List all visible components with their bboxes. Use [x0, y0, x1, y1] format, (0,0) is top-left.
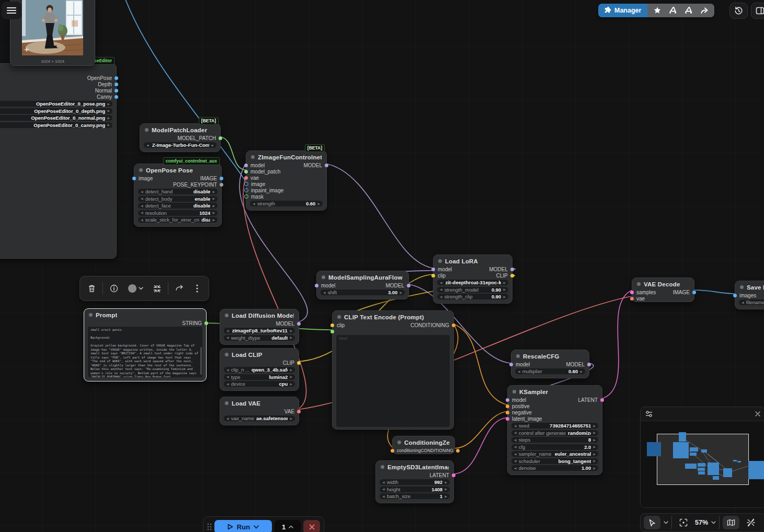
widget-control[interactable]: ◀control after generaterandomize▶: [511, 430, 598, 436]
delete-button[interactable]: [85, 282, 98, 295]
models-alert-button[interactable]: [681, 4, 697, 17]
widget-zimagefp8_turborev11safeten[interactable]: ◀zImageFp8_turboRev11.safeten...▶: [224, 328, 295, 333]
widget-filename_prefix[interactable]: ◀filename_prefix▶: [739, 299, 764, 305]
output-slot-MODEL[interactable]: MODEL: [566, 362, 585, 367]
zoom-chevron[interactable]: [711, 521, 716, 524]
node-model-patch-loader[interactable]: [BETA]ModelPatchLoaderMODEL_PATCH◀Z-Imag…: [140, 123, 221, 152]
output-slot-MODEL[interactable]: MODEL: [385, 283, 405, 288]
link-pose-image-to-zimage-image[interactable]: [124, 0, 246, 182]
widget-type[interactable]: ◀typelumina2▶: [224, 374, 295, 380]
output-slot-CONDITIONING[interactable]: CONDITIONING: [420, 448, 454, 453]
node-openpose-pose[interactable]: comfyui_controlnet_auxOpenPose Poseimage…: [134, 164, 222, 227]
output-slot-Depth[interactable]: Depth: [98, 82, 112, 87]
manager-button[interactable]: Manager: [598, 4, 647, 17]
output-slot-IMAGE[interactable]: IMAGE: [200, 176, 218, 181]
node-ksampler[interactable]: KSamplermodelLATENTpositivenegativelaten…: [507, 385, 602, 475]
input-slot-image[interactable]: image: [250, 181, 265, 187]
widget-device[interactable]: ◀devicecpu▶: [224, 381, 295, 387]
widget-height[interactable]: ◀height1408▶: [380, 487, 450, 492]
node-save-image[interactable]: Save Imageimages◀filename_prefix▶: [735, 281, 764, 309]
collapse-button[interactable]: [151, 282, 163, 295]
widget-vae_name[interactable]: ◀vae_nameae.safetensors▶: [224, 415, 295, 421]
minimap-canvas[interactable]: [641, 421, 764, 508]
queue-count-stepper[interactable]: 1: [275, 520, 301, 532]
zoom-level[interactable]: 57%: [695, 519, 708, 526]
output-slot-CONDITIONING[interactable]: CONDITIONING: [410, 322, 450, 328]
output-slot-MODEL[interactable]: MODEL: [276, 321, 295, 327]
collapse-dot[interactable]: [89, 313, 93, 317]
widget-openposeeditor_0_cannypng[interactable]: ◀OpenPoseEditor_0_canny.png▶: [0, 122, 112, 128]
node-conditioning-zero-out[interactable]: ConditioningZeroOutconditioningCONDITION…: [392, 436, 455, 454]
widget-openposeeditor_0_depthpng[interactable]: ◀OpenPoseEditor_0_depth.png▶: [0, 108, 112, 114]
input-slot-vae[interactable]: vae: [250, 175, 259, 181]
minimap-close-icon[interactable]: [755, 411, 761, 417]
input-slot-images[interactable]: images: [739, 293, 756, 298]
node-rescale-cfg[interactable]: RescaleCFGmodelMODEL◀multiplier0.60▶: [511, 350, 589, 378]
collapse-dot[interactable]: [740, 285, 744, 289]
widget-steps[interactable]: ◀steps8▶: [511, 437, 598, 443]
collapse-dot[interactable]: [381, 465, 384, 469]
fit-view-button[interactable]: [675, 516, 692, 529]
widget-weight_dtype[interactable]: ◀weight_dtypedefault▶: [224, 335, 295, 341]
widget-multiplier[interactable]: ◀multiplier0.60▶: [515, 368, 585, 374]
pointer-tool-button[interactable]: [644, 516, 660, 529]
output-slot-MODEL[interactable]: MODEL: [489, 267, 508, 272]
widget-width[interactable]: ◀width992▶: [380, 479, 450, 485]
minimap-viewport[interactable]: [657, 434, 749, 485]
input-slot-image[interactable]: image: [138, 176, 153, 181]
input-slot-clip[interactable]: clip: [336, 322, 345, 328]
menu-button[interactable]: [2, 2, 21, 19]
widget-strength_model[interactable]: ◀strength_model0.90▶: [437, 287, 508, 293]
node-model-sampling-auraflow[interactable]: ModelSamplingAuraFlowmodelMODEL◀shift3.0…: [316, 271, 409, 299]
collapse-dot[interactable]: [397, 441, 401, 444]
color-picker-button[interactable]: [126, 282, 146, 295]
collapse-dot[interactable]: [225, 314, 229, 317]
node-load-vae[interactable]: Load VAEVAE◀vae_nameae.safetensors▶: [220, 397, 299, 425]
pointer-tool-chevron[interactable]: [664, 521, 668, 524]
widget-zimageturbofuncontrolnet[interactable]: ◀Z-Image-Turbo-Fun-Controlnet...▶: [144, 142, 216, 148]
widget-zitdeepthroat31epock3nksa[interactable]: ◀zit-deepthroat-31epoc-k3nk.sa...▶: [437, 280, 508, 285]
node-pose-editor[interactable]: dPoseEditorOpenPoseDepthNormalCanny◀Open…: [0, 63, 117, 259]
widget-denoise[interactable]: ◀denoise1.00▶: [511, 465, 598, 471]
collapse-dot[interactable]: [225, 353, 229, 356]
widget-openposeeditor_0_posepng[interactable]: ◀OpenPoseEditor_0_pose.png▶: [0, 101, 112, 107]
widget-detect_hand[interactable]: ◀detect_handdisable▶: [138, 189, 218, 194]
widget-seed[interactable]: ◀seed739284714655751▶: [511, 423, 598, 429]
collapse-dot[interactable]: [512, 390, 516, 394]
input-slot-positive[interactable]: positive: [511, 403, 530, 409]
output-slot-OpenPose[interactable]: OpenPose: [87, 75, 112, 81]
output-slot-CLIP[interactable]: CLIP: [283, 360, 295, 366]
output-slot-LATENT[interactable]: LATENT: [429, 472, 450, 478]
node-empty-sd3-latent-image[interactable]: EmptySD3LatentImageLATENT◀width992▶◀heig…: [375, 460, 454, 503]
widget-cfg[interactable]: ◀cfg2.0▶: [511, 444, 598, 450]
plus-icon[interactable]: [24, 47, 29, 52]
output-slot-STRING[interactable]: STRING: [182, 320, 202, 326]
node-load-diffusion-model[interactable]: Load Diffusion ModelMODEL◀zImageFp8_turb…: [220, 309, 299, 345]
input-slot-vae[interactable]: vae: [636, 296, 645, 302]
input-slot-conditioning[interactable]: conditioning: [396, 448, 420, 453]
output-slot-LATENT[interactable]: LATENT: [578, 397, 598, 403]
link-modelpatch-to-zimage[interactable]: [220, 137, 246, 170]
collapse-dot[interactable]: [637, 282, 641, 286]
input-slot-text[interactable]: [336, 330, 337, 333]
widget-strength_clip[interactable]: ◀strength_clip0.90▶: [437, 294, 508, 299]
widget-scheduler[interactable]: ◀schedulerbong_tangent▶: [511, 458, 598, 464]
node-prompt[interactable]: PromptSTRINGsmall erect penis. Backgroun…: [84, 308, 207, 381]
node-zimage-fun-controlnet[interactable]: [BETA]ZImageFunControlnetmodelMODELmodel…: [246, 151, 327, 211]
info-button[interactable]: [108, 282, 120, 295]
input-slot-clip[interactable]: clip: [437, 273, 446, 279]
node-vae-decode[interactable]: VAE DecodesamplesIMAGEvae: [632, 277, 694, 302]
more-options-button[interactable]: [191, 282, 203, 295]
drag-handle[interactable]: [207, 523, 212, 531]
output-slot-Canny[interactable]: Canny: [97, 94, 112, 100]
input-slot-mask[interactable]: mask: [250, 194, 264, 200]
input-slot-model[interactable]: model: [515, 362, 530, 367]
sidebar-toggle-button[interactable]: [751, 3, 764, 19]
widget-shift[interactable]: ◀shift3.00▶: [321, 290, 405, 295]
link-encode-cond-to-ksampler-positive[interactable]: [453, 324, 508, 405]
output-slot-MODEL_PATCH[interactable]: MODEL_PATCH: [177, 135, 216, 141]
preview-image[interactable]: [22, 0, 83, 55]
output-slot-CLIP[interactable]: CLIP: [496, 273, 508, 279]
widget-clip_n[interactable]: ◀clip_n ...qwen_3_4b.safetensors▶: [224, 367, 295, 373]
input-slot-model_patch[interactable]: model_patch: [250, 169, 280, 175]
